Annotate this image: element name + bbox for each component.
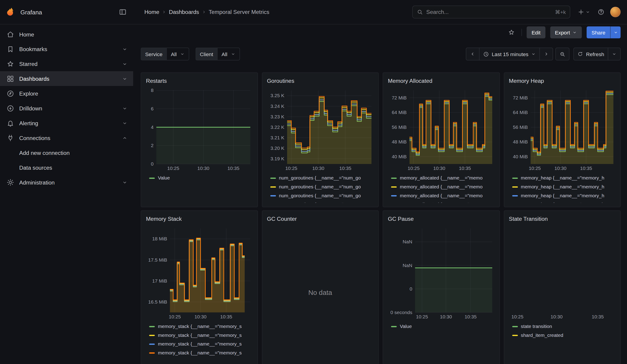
panel-title[interactable]: Goroutines: [267, 76, 373, 86]
legend-item[interactable]: Value: [391, 322, 494, 331]
sidebar-item-drilldown[interactable]: Drilldown: [0, 101, 133, 116]
help-button[interactable]: [596, 7, 606, 17]
sidebar-item-data-sources[interactable]: Data sources: [0, 160, 133, 175]
chart-area[interactable]: NaNNaN00 seconds10:2510:3010:35: [388, 225, 494, 320]
chart-area[interactable]: 72 MiB64 MiB56 MiB48 MiB40 MiB10:2510:30…: [388, 87, 494, 172]
legend-item[interactable]: num_goroutines {__name__="num_go: [270, 191, 373, 200]
panel-title[interactable]: Memory Allocated: [388, 76, 494, 86]
legend-item[interactable]: memory_allocated {__name__="memo: [391, 182, 494, 191]
legend-item[interactable]: memory_allocated {__name__="memo: [391, 191, 494, 200]
sidebar-item-add-new-connection[interactable]: Add new connection: [0, 145, 133, 160]
sidebar-item-connections[interactable]: Connections: [0, 130, 133, 145]
panel-title[interactable]: Memory Stack: [146, 214, 252, 223]
svg-text:0: 0: [410, 286, 412, 292]
search-input[interactable]: Search... ⌘+k: [412, 6, 570, 18]
share-button[interactable]: Share: [587, 26, 610, 39]
legend-item[interactable]: shard_item_created: [512, 331, 615, 340]
chart-area[interactable]: 3.25 K3.24 K3.23 K3.22 K3.21 K3.20 K3.19…: [267, 87, 373, 172]
service-select[interactable]: All: [166, 48, 189, 60]
svg-text:10:25: 10:25: [416, 314, 428, 319]
sidebar-item-alerting[interactable]: Alerting: [0, 116, 133, 130]
zoom-out-button[interactable]: [556, 48, 570, 60]
legend-item[interactable]: num_goroutines {__name__="num_go: [270, 174, 373, 182]
legend-item[interactable]: memory_stack {__name__="memory_s: [149, 349, 252, 357]
share-menu-button[interactable]: [610, 26, 621, 39]
legend-item[interactable]: memory_heap {__name__="memory_h: [512, 200, 615, 203]
chart-area[interactable]: 10:2510:3010:35: [509, 225, 615, 320]
legend-label: memory_heap {__name__="memory_h: [521, 175, 604, 181]
chevron-up-icon[interactable]: [122, 135, 128, 141]
legend-color-marker: [149, 335, 155, 336]
breadcrumb-separator-icon: [202, 9, 206, 14]
chart-area[interactable]: 8642010:2510:3010:35: [146, 87, 252, 172]
legend-item[interactable]: memory_stack {__name__="memory_s: [149, 331, 252, 340]
refresh-button[interactable]: Refresh: [574, 48, 608, 60]
time-shift-back-button[interactable]: [466, 48, 479, 60]
avatar[interactable]: [610, 7, 621, 17]
legend-label: memory_heap {__name__="memory_h: [521, 202, 604, 203]
filter-toolbar: Service All Client All: [141, 48, 621, 60]
panel-legend: memory_stack {__name__="memory_smemory_s…: [146, 322, 252, 360]
sidebar-item-dashboards[interactable]: Dashboards: [0, 71, 133, 86]
legend-item[interactable]: num_goroutines {__name__="num_go: [270, 200, 373, 203]
legend-item[interactable]: num_goroutines {__name__="num_go: [270, 182, 373, 191]
export-button[interactable]: Export: [550, 26, 582, 39]
sidebar-item-home[interactable]: Home: [0, 27, 133, 42]
chevron-down-icon[interactable]: [122, 105, 128, 111]
sidebar-item-label: Data sources: [19, 164, 127, 171]
chart-area[interactable]: 18 MiB17.5 MiB17 MiB16.5 MiB10:2510:3010…: [146, 225, 252, 320]
breadcrumb-item[interactable]: Home: [144, 9, 159, 15]
legend-item[interactable]: memory_allocated {__name__="memo: [391, 174, 494, 182]
sidebar-item-explore[interactable]: Explore: [0, 86, 133, 101]
legend-item[interactable]: memory_heap {__name__="memory_h: [512, 191, 615, 200]
sidebar-item-bookmarks[interactable]: Bookmarks: [0, 42, 133, 56]
time-range-picker[interactable]: Last 15 minutes: [479, 48, 540, 60]
legend-item[interactable]: memory_heap {__name__="memory_h: [512, 182, 615, 191]
legend-item[interactable]: memory_stack {__name__="memory_s: [149, 322, 252, 331]
sidebar-toggle-button[interactable]: [117, 6, 128, 18]
header-right: [570, 7, 627, 17]
svg-text:3.21 K: 3.21 K: [270, 135, 284, 140]
svg-text:18 MiB: 18 MiB: [152, 236, 167, 241]
panel-title[interactable]: Restarts: [146, 76, 252, 86]
legend-label: num_goroutines {__name__="num_go: [279, 184, 361, 190]
chevron-down-icon[interactable]: [122, 179, 128, 185]
plus-icon: [577, 8, 585, 16]
svg-text:10:35: 10:35: [591, 314, 604, 319]
legend-item[interactable]: state transition: [512, 322, 615, 331]
chevron-down-icon[interactable]: [122, 120, 128, 126]
edit-button[interactable]: Edit: [527, 26, 545, 39]
panel-memory-allocated: Memory Allocated72 MiB64 MiB56 MiB48 MiB…: [383, 72, 500, 207]
grafana-logo[interactable]: [5, 7, 15, 17]
panel-title[interactable]: GC Counter: [267, 214, 373, 223]
panel-legend: num_goroutines {__name__="num_gonum_goro…: [267, 174, 373, 203]
svg-text:10:30: 10:30: [195, 314, 207, 319]
favorite-star-button[interactable]: [506, 27, 517, 38]
panel-title[interactable]: Memory Heap: [509, 76, 615, 86]
no-data-message: No data: [267, 225, 373, 360]
breadcrumb-item[interactable]: Dashboards: [169, 9, 199, 15]
chevron-down-icon[interactable]: [122, 61, 128, 67]
legend-item[interactable]: memory_allocated {__name__="memo: [391, 200, 494, 203]
client-select[interactable]: All: [217, 48, 240, 60]
legend-label: memory_allocated {__name__="memo: [400, 175, 483, 181]
chart-area[interactable]: 72 MiB64 MiB56 MiB48 MiB40 MiB10:2510:30…: [509, 87, 615, 172]
gear-icon: [6, 178, 14, 186]
svg-text:NaN: NaN: [403, 239, 412, 244]
breadcrumb-separator-icon: [162, 9, 166, 14]
legend-item[interactable]: memory_stack {__name__="memory_s: [149, 340, 252, 349]
chevron-down-icon[interactable]: [122, 76, 128, 81]
time-shift-forward-button[interactable]: [540, 48, 553, 60]
legend-item[interactable]: Value: [149, 174, 252, 182]
sidebar-item-starred[interactable]: Starred: [0, 56, 133, 71]
refresh-interval-button[interactable]: [608, 48, 621, 60]
add-button[interactable]: [576, 7, 592, 17]
sidebar-item-administration[interactable]: Administration: [0, 175, 133, 190]
svg-text:2: 2: [151, 143, 154, 148]
panel-title[interactable]: State Transition: [509, 214, 615, 223]
legend-item[interactable]: memory_heap {__name__="memory_h: [512, 174, 615, 182]
panel-title[interactable]: GC Pause: [388, 214, 494, 223]
legend-label: memory_allocated {__name__="memo: [400, 202, 483, 203]
chevron-down-icon[interactable]: [122, 46, 128, 52]
refresh-button-group: Refresh: [574, 48, 621, 60]
